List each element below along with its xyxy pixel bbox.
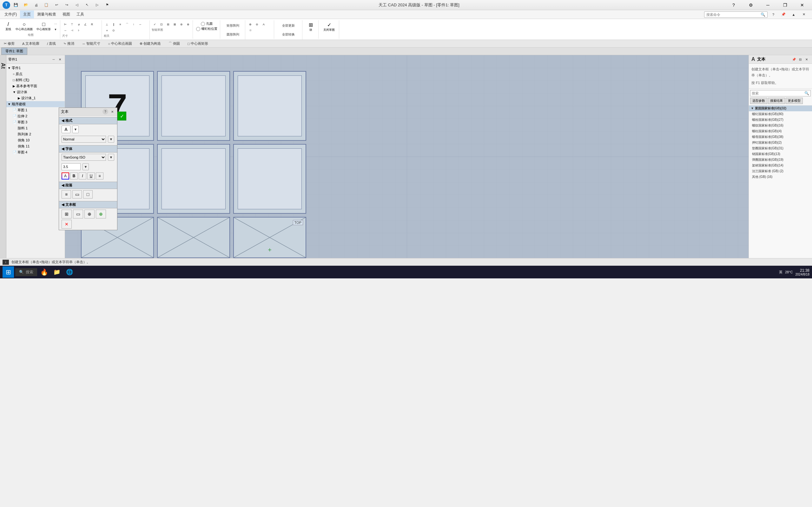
align-center-btn[interactable]: ▭ [72, 190, 82, 199]
quick-print[interactable]: 🖨 [32, 1, 41, 9]
tree-item-origin[interactable]: ○ 原点 [6, 71, 65, 77]
smart-btn-1[interactable]: ✓ [152, 21, 158, 27]
cursor[interactable]: ↖ [83, 1, 91, 9]
prop-close-btn[interactable]: ✕ [804, 56, 809, 62]
more-draw-2[interactable]: ▼ [53, 27, 58, 32]
undo[interactable]: ↩ [52, 1, 61, 9]
textbox-btn-3[interactable]: ⊕ [85, 210, 95, 219]
text-panel-help[interactable]: ? [102, 109, 108, 114]
align-right-btn[interactable]: □ [83, 190, 93, 199]
convert-all-btn[interactable]: 全部转换 [277, 31, 300, 39]
menu-view[interactable]: 视图 [59, 10, 73, 18]
smart-btn-5[interactable]: ⊛ [178, 21, 185, 27]
tree-item-design-body-1[interactable]: ▶ 设计体_1 [6, 95, 65, 101]
misc-btn-2[interactable]: ⊖ [254, 21, 260, 27]
textbox-btn-1[interactable]: ⊞ [61, 210, 72, 219]
rel-btn-2[interactable]: ∥ [110, 21, 117, 27]
font-select[interactable]: TianGong ISO [61, 154, 106, 161]
rel-btn-3[interactable]: ≡ [117, 21, 123, 27]
text-format-dropdown[interactable]: ▼ [72, 125, 79, 133]
ctx-center-rect[interactable]: □ 中心画矩形 [186, 41, 209, 47]
rel-btn-6[interactable]: ↔ [137, 21, 143, 27]
tree-item-chamfer10[interactable]: 倒角 10 [6, 137, 65, 143]
dim-btn-3[interactable]: ⌀ [75, 21, 82, 27]
redo[interactable]: ↪ [62, 1, 71, 9]
tree-item-array2[interactable]: 阵列体 2 [6, 131, 65, 137]
style-dropdown-btn[interactable]: ▼ [108, 136, 114, 143]
bold-btn[interactable]: B [70, 172, 78, 179]
confirm-btn[interactable]: ✓ [117, 112, 126, 120]
more-models-btn[interactable]: 更多模型 [786, 98, 803, 104]
command-search-input[interactable] [706, 13, 761, 16]
list-item-10[interactable]: 架材国家标准(GB)(14) [749, 163, 812, 168]
tree-collapse-btn[interactable]: ─ [51, 56, 56, 62]
expand-ribbon-btn[interactable]: ▲ [789, 10, 798, 19]
misc-btn-3[interactable]: A [260, 21, 267, 27]
ribbon-btn-circle[interactable]: ○ 中心和点画圆 [14, 21, 34, 32]
list-header-1[interactable]: ▼ 紧固国家标准(GB)(32) [749, 106, 812, 111]
dim-btn-4[interactable]: ∠ [82, 21, 89, 27]
italic-btn[interactable]: I [79, 172, 86, 179]
menu-measure[interactable]: 测量与检查 [34, 10, 59, 18]
close-sketch-btn[interactable]: ✓ 关闭草图 [322, 21, 336, 33]
rel-btn-8[interactable]: ⊙ [110, 27, 117, 33]
align-left-btn[interactable]: ≡ [61, 190, 71, 199]
quick-action3[interactable]: ▷ [93, 1, 102, 9]
tree-item-sketch3[interactable]: 📄 草图 3 [6, 119, 65, 125]
prop-float-btn[interactable]: ⊟ [797, 56, 803, 62]
block-btn[interactable]: ⊞ 块 [306, 21, 316, 33]
taskbar-files-icon[interactable]: 📁 [51, 266, 62, 278]
more-draw-1[interactable]: ⋯ [53, 21, 58, 26]
restore-btn[interactable]: ❐ [778, 1, 792, 9]
rel-btn-4[interactable]: ⌒ [124, 21, 130, 27]
quick-open[interactable]: 📂 [21, 1, 31, 9]
search-taskbar[interactable]: 🔍 搜索 [15, 268, 37, 276]
rel-btn-1[interactable]: ⊥ [104, 21, 110, 27]
ctx-circle[interactable]: ○ 中心和点画圆 [107, 41, 133, 47]
textbox-btn-2[interactable]: ▭ [73, 210, 83, 219]
rel-btn-7[interactable]: ∝ [104, 27, 110, 33]
close-btn[interactable]: ✕ [795, 1, 809, 9]
taskbar-browser-icon[interactable]: 🌐 [64, 266, 75, 278]
text-panel-close[interactable]: ✕ [109, 109, 115, 114]
ctx-push[interactable]: ⤷ 推消 [62, 41, 75, 47]
tree-item-ref-plane[interactable]: ▶ 基本参考平面 [6, 83, 65, 89]
dim-btn-7[interactable]: ⊣ [69, 27, 75, 33]
circ-array-btn[interactable]: 圆形阵列 [223, 31, 243, 39]
list-item-3[interactable]: 螺纹国家标准(GB)(16) [749, 123, 812, 128]
start-btn[interactable]: ⊞ [3, 266, 14, 278]
quick-action2[interactable]: ◁ [72, 1, 81, 9]
list-item-9[interactable]: 弹圈国家标准(GB)(19) [749, 157, 812, 163]
misc-btn-1[interactable]: ⊕ [247, 21, 254, 27]
list-item-12[interactable]: 其他 (GB) (16) [749, 174, 812, 180]
dim-btn-8[interactable]: ⊦ [75, 27, 82, 33]
hole-radio[interactable] [201, 22, 205, 26]
ribbon-btn-line[interactable]: / 直线 [3, 21, 13, 32]
menu-file[interactable]: 文件(F) [1, 10, 20, 18]
smart-btn-6[interactable]: ⊗ [185, 21, 191, 27]
list-item-2[interactable]: 螺栓国家标准(GB)(27) [749, 117, 812, 123]
tree-item-extrude2[interactable]: 📄 拉伸 2 [6, 113, 65, 119]
pin-btn[interactable]: 📌 [779, 10, 788, 19]
font-dropdown-btn[interactable]: ▼ [108, 154, 114, 161]
size-dropdown-btn[interactable]: ▼ [83, 163, 89, 170]
prop-pin-btn[interactable]: 📌 [791, 56, 797, 62]
help-icon-btn[interactable]: ? [769, 10, 778, 19]
style-select[interactable]: Normal [61, 136, 106, 143]
pin-radio[interactable] [196, 27, 200, 31]
font-size-input[interactable] [61, 163, 81, 170]
help-btn[interactable]: ? [726, 1, 741, 9]
close-ribbon-btn[interactable]: ✕ [799, 10, 808, 19]
taskbar-cad-icon[interactable]: 🔥 [38, 266, 50, 278]
quick-save[interactable]: 💾 [11, 1, 20, 9]
text-format-icon1[interactable]: A [61, 125, 70, 133]
list-item-11[interactable]: 法兰国家标准 (GB) (2) [749, 168, 812, 174]
ctx-construct[interactable]: ⊕ 创建为构造 [138, 41, 162, 47]
tree-item-sketch1[interactable]: 📄 草图 1 [6, 107, 65, 113]
tree-item-sketch4[interactable]: 📄 草图 4 [6, 149, 65, 155]
dim-btn-1[interactable]: ⊢ [62, 21, 68, 27]
ctx-trim[interactable]: ✂ 修剪 [3, 41, 16, 47]
textbox-btn-5[interactable]: ✕ [61, 220, 72, 229]
list-item-8[interactable]: 销国家标准(GB)(13) [749, 151, 812, 157]
minimize-btn[interactable]: ─ [761, 1, 775, 9]
